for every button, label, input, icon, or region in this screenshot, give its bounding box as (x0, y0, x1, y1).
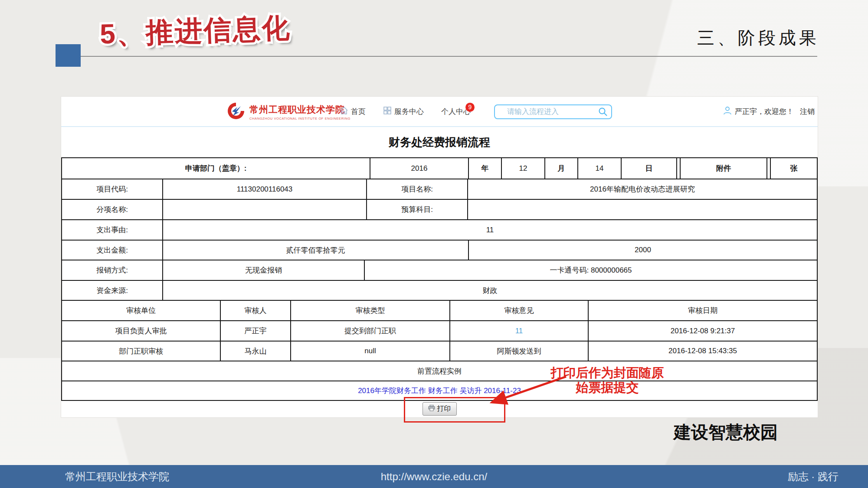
table-row-method: 报销方式: 无现金报销 一卡通号码: 8000000665 (62, 260, 817, 281)
day-value: 14 (578, 158, 622, 179)
search-icon[interactable] (598, 107, 608, 118)
nav-label: 首页 (351, 107, 366, 117)
slide-title: 5、推进信息化 5、推进信息化 (99, 12, 292, 49)
search-box (494, 104, 612, 119)
pre-process-row: 前置流程实例 (62, 361, 817, 381)
audit-cell-type: null (291, 342, 450, 361)
table-row-amount: 支出金额: 贰仟零佰零拾零元 2000 (62, 241, 817, 260)
site-logo[interactable]: 常州工程职业技术学院 CHANGZHOU VOCATIONAL INSTITUT… (226, 101, 350, 123)
slide: 5、推进信息化 5、推进信息化 三、阶段成果 常州工程职业技术学院 CHANGZ… (0, 0, 868, 488)
nav-item-services[interactable]: 服务中心 (383, 106, 424, 117)
logo-text: 常州工程职业技术学院 CHANGZHOU VOCATIONAL INSTITUT… (249, 104, 350, 120)
amount-number: 2000 (469, 241, 817, 260)
sub-item-label: 分项名称: (62, 200, 163, 219)
nav-item-home[interactable]: 首页 (340, 106, 366, 117)
footer-url: http://www.czie.edu.cn/ (0, 465, 868, 488)
annotation-arrow (477, 371, 577, 411)
attachment-label: 附件 (681, 158, 767, 179)
day-unit: 日 (622, 158, 677, 179)
footer-motto: 励志 · 践行 (788, 465, 839, 488)
project-name-value: 2016年输配电价改动态进展研究 (468, 179, 817, 199)
logo-cn: 常州工程职业技术学院 (249, 104, 350, 116)
table-row-subitem: 分项名称: 预算科目: (62, 200, 817, 220)
sub-item-value (163, 200, 367, 219)
audit-cell-unit: 项目负责人审批 (62, 321, 221, 341)
audit-cell-person: 马永山 (221, 342, 291, 361)
source-label: 资金来源: (62, 281, 163, 300)
card-number-value: 一卡通号码: 8000000665 (365, 260, 817, 280)
main-nav: 首页 服务中心 个人中心 9 (340, 97, 471, 126)
user-area: 严正宇，欢迎您！ 注销 (723, 97, 815, 126)
nav-label: 服务中心 (394, 107, 424, 117)
webpage-card: 常州工程职业技术学院 CHANGZHOU VOCATIONAL INSTITUT… (61, 96, 818, 418)
logout-link[interactable]: 注销 (800, 107, 815, 117)
decor-blue-square (56, 44, 81, 67)
logo-icon (226, 101, 246, 123)
reimbursement-table: 申请部门（盖章）: 2016 年 12 月 14 日 附件 张 项目代码: 11… (61, 157, 818, 401)
method-value: 无现金报销 (163, 260, 365, 280)
project-name-label: 项目名称: (367, 179, 468, 199)
nav-item-profile[interactable]: 个人中心 9 (441, 107, 471, 117)
audit-cell-date: 2016-12-08 9:21:37 (589, 321, 817, 341)
table-row-project: 项目代码: 11130200116043 项目名称: 2016年输配电价改动态进… (62, 179, 817, 200)
audit-cell-type: 提交到部门正职 (291, 321, 450, 341)
site-header: 常州工程职业技术学院 CHANGZHOU VOCATIONAL INSTITUT… (61, 97, 818, 127)
slide-footer: 常州工程职业技术学院 http://www.czie.edu.cn/ 励志 · … (0, 465, 868, 488)
home-icon (340, 106, 348, 117)
audit-header-opinion: 审核意见 (450, 301, 589, 320)
budget-value (468, 200, 817, 219)
audit-cell-opinion: 阿斯顿发送到 (450, 342, 589, 361)
audit-header-row: 审核单位 审核人 审核类型 审核意见 审核日期 (62, 301, 817, 321)
notification-badge: 9 (465, 103, 475, 112)
audit-header-person: 审核人 (221, 301, 291, 320)
spacer-cell (767, 158, 771, 179)
project-code-label: 项目代码: (62, 179, 163, 199)
audit-row: 部门正职审核 马永山 null 阿斯顿发送到 2016-12-08 15:43:… (62, 342, 817, 361)
logo-en: CHANGZHOU VOCATIONAL INSTITUTE OF ENGINE… (249, 117, 350, 120)
reason-label: 支出事由: (62, 220, 163, 240)
audit-cell-unit: 部门正职审核 (62, 342, 221, 361)
source-value: 财政 (163, 281, 817, 300)
amount-chinese: 贰仟零佰零拾零元 (163, 241, 469, 260)
table-row-source: 资金来源: 财政 (62, 281, 817, 301)
year-unit: 年 (469, 158, 502, 179)
budget-label: 预算科目: (367, 200, 468, 219)
dept-label: 申请部门（盖章）: (62, 158, 370, 179)
project-code-value: 11130200116043 (163, 179, 367, 199)
table-row-reason: 支出事由: 11 (62, 220, 817, 241)
audit-cell-opinion: 11 (450, 321, 589, 341)
spacer-cell (677, 158, 681, 179)
month-unit: 月 (545, 158, 578, 179)
slide-caption: 建设智慧校园 (674, 420, 778, 444)
audit-header-unit: 审核单位 (62, 301, 221, 320)
divider-line (81, 56, 817, 57)
slide-title-text: 5、推进信息化 (99, 12, 292, 49)
audit-row: 项目负责人审批 严正宇 提交到部门正职 11 2016-12-08 9:21:3… (62, 321, 817, 342)
reason-value: 11 (163, 220, 817, 240)
pre-process-label: 前置流程实例 (62, 361, 817, 381)
table-row-dept-date: 申请部门（盖章）: 2016 年 12 月 14 日 附件 张 (62, 158, 817, 179)
form-title: 财务处经费报销流程 (61, 126, 818, 157)
audit-cell-date: 2016-12-08 15:43:35 (589, 342, 817, 361)
user-greeting: 严正宇，欢迎您！ (735, 107, 794, 117)
user-icon (723, 106, 732, 117)
method-label: 报销方式: (62, 260, 163, 280)
grid-icon (383, 106, 392, 117)
sheet-unit: 张 (771, 158, 817, 179)
audit-cell-person: 严正宇 (221, 321, 291, 341)
month-value: 12 (502, 158, 545, 179)
audit-header-type: 审核类型 (291, 301, 450, 320)
search-input[interactable] (494, 104, 612, 119)
year-value: 2016 (370, 158, 469, 179)
audit-header-date: 审核日期 (589, 301, 817, 320)
amount-label: 支出金额: (62, 241, 163, 260)
section-label: 三、阶段成果 (697, 26, 819, 50)
